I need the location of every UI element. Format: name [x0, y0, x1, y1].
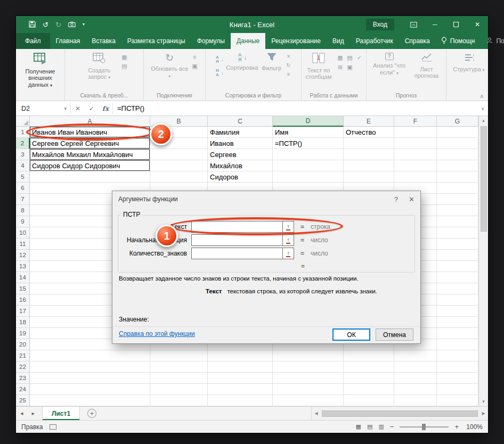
- cell-F25[interactable]: [394, 395, 437, 406]
- dialog-help-button[interactable]: ?: [394, 195, 398, 203]
- cell-G16[interactable]: [437, 294, 478, 306]
- cell-B3[interactable]: [150, 149, 208, 160]
- tab-home[interactable]: Главная: [50, 33, 86, 49]
- cell-A2[interactable]: Сергеев Сергей Сергеевич: [30, 138, 150, 149]
- text-to-columns-button[interactable]: Текст по столбцам: [303, 50, 335, 80]
- scroll-left-button[interactable]: ◀: [312, 411, 321, 416]
- cell-E5[interactable]: [344, 171, 394, 183]
- maximize-button[interactable]: [445, 16, 467, 33]
- outline-button[interactable]: Структура ▾: [449, 50, 488, 73]
- row-header-20[interactable]: 20: [16, 339, 30, 350]
- forecast-sheet-button[interactable]: Лист прогноза: [410, 50, 444, 79]
- cell-G2[interactable]: [437, 138, 478, 149]
- cell-F21[interactable]: [394, 350, 437, 361]
- tab-file[interactable]: Файл: [16, 33, 50, 49]
- recent-sources-icon[interactable]: ▤: [121, 63, 127, 69]
- cell-G9[interactable]: [437, 216, 478, 227]
- cell-F23[interactable]: [394, 373, 437, 384]
- row-header-25[interactable]: 25: [16, 395, 30, 406]
- cell-D21[interactable]: [273, 350, 344, 361]
- cell-C3[interactable]: Сергеев: [208, 149, 273, 160]
- advanced-filter-icon[interactable]: ≡: [287, 72, 290, 77]
- cell-C21[interactable]: [208, 350, 273, 361]
- horizontal-scrollbar-thumb[interactable]: [322, 410, 478, 417]
- cell-F24[interactable]: [394, 384, 437, 395]
- cell-G25[interactable]: [437, 395, 478, 406]
- cell-E4[interactable]: [344, 160, 394, 171]
- properties-icon[interactable]: ▣: [192, 63, 197, 69]
- name-box[interactable]: D2 ▾: [16, 101, 70, 116]
- cell-E25[interactable]: [344, 395, 394, 406]
- minimize-button[interactable]: ─: [424, 16, 445, 33]
- connections-icon[interactable]: ≡: [193, 54, 196, 60]
- cell-G7[interactable]: [437, 194, 478, 205]
- select-all-button[interactable]: [16, 116, 30, 127]
- cell-G10[interactable]: [437, 227, 478, 239]
- cell-G14[interactable]: [437, 272, 478, 283]
- what-if-analysis-button[interactable]: ? Анализ "что если" ▾: [369, 50, 410, 77]
- start-num-argument-input[interactable]: [191, 234, 283, 246]
- row-header-8[interactable]: 8: [16, 205, 30, 216]
- cell-F4[interactable]: [394, 160, 437, 171]
- sort-descending-icon[interactable]: ЯА↓: [216, 69, 224, 77]
- tab-formulas[interactable]: Формулы: [191, 33, 231, 49]
- new-query-button[interactable]: Создать запрос ▾: [79, 50, 119, 81]
- ok-button[interactable]: ОК: [332, 328, 370, 341]
- cell-B22[interactable]: [150, 361, 208, 373]
- scroll-right-button[interactable]: ▶: [479, 411, 488, 416]
- cancel-button[interactable]: Отмена: [376, 328, 413, 341]
- cell-G18[interactable]: [437, 317, 478, 328]
- zoom-slider-thumb[interactable]: [422, 424, 426, 430]
- cell-A22[interactable]: [30, 361, 150, 373]
- horizontal-scrollbar[interactable]: ◀ ▶: [311, 407, 488, 420]
- vertical-scrollbar-thumb[interactable]: [481, 126, 487, 232]
- name-box-dropdown-icon[interactable]: ▾: [64, 106, 70, 111]
- cell-F22[interactable]: [394, 361, 437, 373]
- tab-developer[interactable]: Разработчик: [350, 33, 399, 49]
- ribbon-display-options-icon[interactable]: [403, 16, 424, 33]
- tell-me-button[interactable]: Помощн: [436, 33, 481, 49]
- tab-view[interactable]: Вид: [327, 33, 350, 49]
- row-header-7[interactable]: 7: [16, 194, 30, 205]
- cell-A21[interactable]: [30, 350, 150, 361]
- cell-F1[interactable]: [394, 127, 437, 138]
- cell-A5[interactable]: [30, 171, 150, 183]
- cell-C22[interactable]: [208, 361, 273, 373]
- row-header-3[interactable]: 3: [16, 149, 30, 160]
- share-button[interactable]: Поделиться: [480, 33, 504, 49]
- zoom-slider[interactable]: [400, 426, 449, 427]
- next-sheet-button[interactable]: ▸: [28, 407, 39, 420]
- collapse-dialog-button-start[interactable]: ↑: [282, 234, 294, 246]
- cell-E2[interactable]: [344, 138, 394, 149]
- cell-G24[interactable]: [437, 384, 478, 395]
- insert-function-button[interactable]: fx: [99, 101, 112, 116]
- cell-E24[interactable]: [344, 384, 394, 395]
- cell-D25[interactable]: [273, 395, 344, 406]
- clear-filter-icon[interactable]: ✕: [287, 54, 291, 59]
- cell-B4[interactable]: [150, 160, 208, 171]
- customize-qat-icon[interactable]: ▾: [83, 22, 85, 27]
- row-header-22[interactable]: 22: [16, 361, 30, 373]
- cell-D1[interactable]: Имя: [273, 127, 344, 138]
- cell-A1[interactable]: Иванов Иван Иванович: [30, 127, 150, 138]
- consolidate-icon[interactable]: ⊞: [336, 64, 344, 71]
- cell-C4[interactable]: Михайлов: [208, 160, 273, 171]
- tab-data[interactable]: Данные: [231, 33, 265, 49]
- cell-G4[interactable]: [437, 160, 478, 171]
- enter-entry-button[interactable]: ✓: [85, 101, 99, 116]
- row-header-11[interactable]: 11: [16, 239, 30, 250]
- cell-C23[interactable]: [208, 373, 273, 384]
- function-help-link[interactable]: Справка по этой функции: [119, 330, 195, 338]
- tab-review[interactable]: Рецензирование: [265, 33, 327, 49]
- column-header-G[interactable]: G: [437, 116, 478, 127]
- column-header-A[interactable]: A: [30, 116, 150, 127]
- cell-B23[interactable]: [150, 373, 208, 384]
- data-validation-icon[interactable]: ✓: [355, 54, 363, 61]
- reapply-filter-icon[interactable]: ↻: [287, 63, 291, 68]
- row-header-1[interactable]: 1: [16, 127, 30, 138]
- zoom-level[interactable]: 100%: [465, 423, 483, 431]
- cell-E3[interactable]: [344, 149, 394, 160]
- relationships-icon[interactable]: ▣: [346, 64, 354, 71]
- cell-G17[interactable]: [437, 306, 478, 317]
- zoom-in-button[interactable]: +: [454, 423, 459, 431]
